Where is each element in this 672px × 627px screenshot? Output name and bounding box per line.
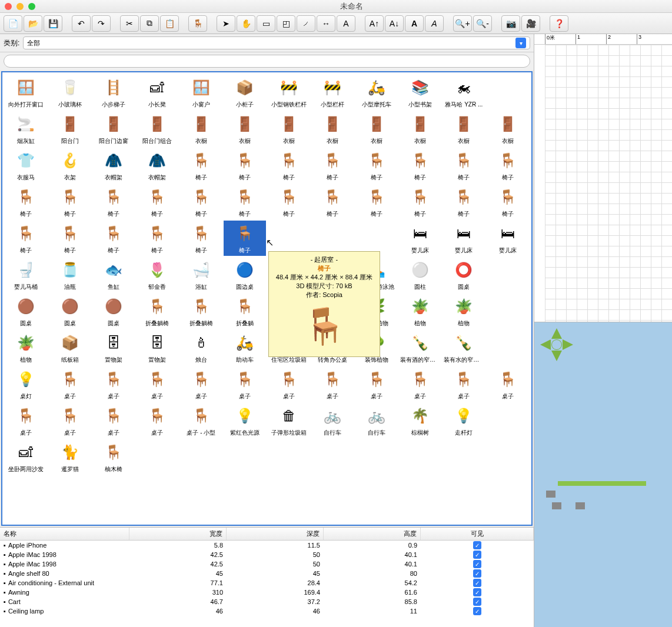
catalog-item[interactable]: 🪑桌子 [355, 366, 397, 402]
catalog-item[interactable]: 🚧小型钢铁栏杆 [267, 75, 310, 110]
catalog-item[interactable]: 🚪衣橱 [399, 111, 441, 146]
catalog-item[interactable]: 🪑桌子 [487, 366, 529, 402]
col-height[interactable]: 高度 [324, 528, 421, 540]
col-depth[interactable]: 深度 [227, 528, 324, 540]
catalog-item[interactable]: 🛏婴儿床 [399, 221, 441, 256]
maximize-button[interactable] [28, 3, 35, 10]
catalog-item[interactable]: 🚪衣橱 [180, 111, 222, 146]
catalog-item[interactable]: 🪑椅子 [5, 221, 47, 256]
bold-button[interactable]: A [405, 15, 424, 32]
catalog-item[interactable]: 🪑椅子 [180, 148, 222, 183]
catalog-item[interactable]: 🪑桌子 [224, 366, 266, 402]
help-button[interactable]: ❓ [550, 15, 568, 32]
table-row[interactable]: ▪Awning310169.461.6✓ [0, 588, 534, 597]
catalog-item[interactable]: 🪑椅子 [399, 184, 441, 219]
catalog-item[interactable]: 🪑椅子 [48, 184, 91, 219]
catalog-item[interactable]: 🪑椅子 [48, 221, 91, 256]
nav-left[interactable] [540, 339, 551, 350]
catalog-item[interactable]: 🚽婴儿马桶 [5, 257, 47, 292]
catalog-item[interactable]: 🪑椅子 [355, 148, 397, 183]
catalog-item[interactable]: 🚪阳台门组合 [136, 111, 178, 146]
catalog-item[interactable]: 🚲自行车 [355, 403, 397, 438]
catalog-item[interactable]: 🪑椅子 [92, 221, 135, 256]
open-button[interactable]: 📂 [24, 15, 42, 32]
catalog-item[interactable]: 👕衣服马 [5, 148, 47, 183]
catalog-item[interactable]: 🪴植物 [5, 330, 47, 365]
redo-button[interactable]: ↷ [92, 15, 111, 32]
catalog-item[interactable]: 🚧小型栏杆 [311, 75, 354, 110]
col-visible[interactable]: 可见 [421, 528, 534, 540]
visible-checkbox[interactable]: ✓ [473, 551, 481, 559]
catalog-item[interactable]: 🟤圆桌 [92, 294, 135, 329]
catalog-item[interactable]: 🌴棕榈树 [399, 403, 441, 438]
wall-tool[interactable]: ▭ [257, 15, 275, 32]
nav-down[interactable] [551, 351, 562, 361]
catalog-item[interactable]: ⚪圆柱 [399, 257, 441, 292]
paste-button[interactable]: 📋 [160, 15, 179, 32]
catalog-item[interactable]: 🪑椅子 [92, 184, 135, 219]
catalog-item[interactable]: 🪑桌子 [443, 366, 485, 402]
table-row[interactable]: ▪Angle shelf 80454580✓ [0, 569, 534, 578]
3d-view[interactable] [534, 322, 672, 627]
catalog-item[interactable]: 🫙油瓶 [48, 257, 91, 292]
catalog-item[interactable]: 🪑椅子 [267, 184, 310, 219]
catalog-item[interactable]: 🪟向外打开窗口 [5, 75, 47, 110]
table-row[interactable]: ▪Apple iPhone5.811.50.9✓ [0, 541, 534, 550]
table-row[interactable]: ▪Ceiling lamp464611✓ [0, 606, 534, 616]
photo-button[interactable]: 📷 [501, 15, 520, 32]
select-tool[interactable]: ➤ [217, 15, 235, 32]
catalog-item[interactable]: 🗄置物架 [92, 330, 135, 365]
catalog-item[interactable]: 🪑椅子 [443, 184, 485, 219]
save-button[interactable]: 💾 [44, 15, 62, 32]
text-decrease[interactable]: A↓ [385, 15, 404, 32]
catalog-item[interactable]: 🟤圆桌 [5, 294, 47, 329]
catalog-item[interactable]: 🪑椅子 [487, 148, 529, 183]
catalog-item[interactable]: 🪑椅子 [487, 184, 529, 219]
catalog-item[interactable]: 🪴植物 [443, 294, 485, 329]
catalog-item[interactable] [487, 294, 529, 329]
catalog-item[interactable]: 🪑桌子 [399, 366, 441, 402]
catalog-item[interactable] [487, 257, 529, 292]
catalog-item[interactable]: ⭕圆桌 [443, 257, 485, 292]
catalog-item[interactable]: 🚬烟灰缸 [5, 111, 47, 146]
visible-checkbox[interactable]: ✓ [473, 607, 481, 615]
text-tool[interactable]: A [337, 15, 355, 32]
catalog-item[interactable]: 🏍雅马哈 YZR ... [443, 75, 485, 110]
col-name[interactable]: 名称 [0, 528, 129, 540]
pan-tool[interactable]: ✋ [237, 15, 255, 32]
zoom-in-button[interactable]: 🔍+ [453, 15, 472, 32]
category-select[interactable]: 全部 ▾ [23, 36, 530, 49]
cut-button[interactable]: ✂ [120, 15, 139, 32]
catalog-item[interactable]: 🚪阳台门 [48, 111, 91, 146]
catalog-item[interactable]: 🛏婴儿床 [443, 221, 485, 256]
plan-view[interactable]: 0米123 [534, 34, 672, 322]
catalog-item[interactable]: 🛵助动车 [224, 330, 266, 365]
nav-up[interactable] [551, 328, 562, 339]
catalog-item[interactable]: 🪴植物 [399, 294, 441, 329]
visible-checkbox[interactable]: ✓ [473, 579, 481, 587]
catalog-item[interactable]: 🪟小窗户 [180, 75, 222, 110]
catalog-item[interactable]: 🪑椅子 [224, 148, 266, 183]
italic-button[interactable]: A [425, 15, 444, 32]
3d-object[interactable] [575, 502, 585, 509]
col-width[interactable]: 宽度 [129, 528, 227, 540]
catalog-item[interactable]: 🪑桌子 [180, 366, 222, 402]
visible-checkbox[interactable]: ✓ [473, 598, 481, 606]
catalog-item[interactable]: 🚪衣橱 [487, 111, 529, 146]
room-tool[interactable]: ◰ [277, 15, 295, 32]
catalog-item[interactable]: 🪑折叠躺椅 [136, 294, 178, 329]
minimize-button[interactable] [16, 3, 24, 10]
visible-checkbox[interactable]: ✓ [473, 588, 481, 596]
nav-right[interactable] [563, 339, 573, 350]
catalog-item[interactable]: 💡紫红色光源 [224, 403, 266, 438]
catalog-item[interactable]: 🧥衣帽架 [136, 148, 178, 183]
add-furniture-button[interactable]: 🪑 [188, 15, 207, 32]
catalog-item[interactable]: 🐟鱼缸 [92, 257, 135, 292]
undo-button[interactable]: ↶ [72, 15, 91, 32]
catalog-item[interactable]: 🪑椅子 [224, 221, 266, 256]
catalog-item[interactable]: 🪑桌子 [48, 403, 91, 438]
catalog-item[interactable]: 🪑椅子 [267, 148, 310, 183]
catalog-item[interactable]: 🪑椅子 [311, 148, 354, 183]
catalog-item[interactable]: 🚪衣橱 [224, 111, 266, 146]
catalog-item[interactable]: 🚪衣橱 [355, 111, 397, 146]
